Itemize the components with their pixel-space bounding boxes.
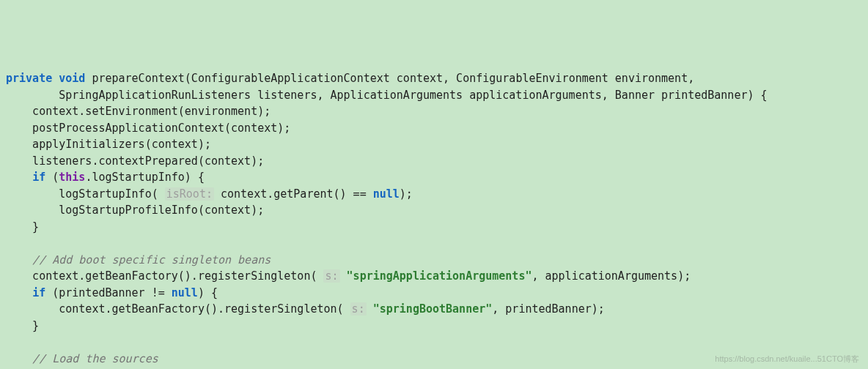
- keyword-null: null: [373, 187, 400, 201]
- comment: // Add boot specific singleton beans: [6, 253, 271, 266]
- brace-close: }: [6, 220, 39, 234]
- brace-close: }: [6, 319, 39, 332]
- signature-line1: (ConfigurableApplicationContext context,…: [185, 72, 694, 85]
- keyword-void: void: [59, 72, 85, 85]
- code-line: applyInitializers(context);: [6, 138, 211, 151]
- watermark: https://blog.csdn.net/kuaile...51CTO博客: [715, 353, 859, 365]
- signature-line2: SpringApplicationRunListeners listeners,…: [6, 89, 768, 102]
- param-hint-s: s:: [323, 269, 339, 283]
- param-hint-s: s:: [350, 302, 367, 316]
- keyword-private: private: [6, 72, 52, 85]
- param-hint-isroot: isRoot:: [165, 187, 214, 201]
- comment: // Load the sources: [6, 352, 158, 365]
- keyword-if: if: [32, 286, 45, 299]
- string-literal: "springApplicationArguments": [347, 269, 532, 283]
- keyword-if: if: [32, 171, 45, 184]
- code-block: private void prepareContext(Configurable…: [6, 70, 862, 369]
- keyword-null: null: [172, 286, 198, 299]
- string-literal: "springBootBanner": [373, 302, 493, 316]
- keyword-this: this: [59, 171, 85, 184]
- code-line: postProcessApplicationContext(context);: [6, 122, 290, 135]
- method-name: prepareContext: [92, 72, 184, 85]
- code-line: listeners.contextPrepared(context);: [6, 154, 264, 168]
- code-line: logStartupProfileInfo(context);: [6, 204, 264, 217]
- code-line: context.setEnvironment(environment);: [6, 105, 271, 118]
